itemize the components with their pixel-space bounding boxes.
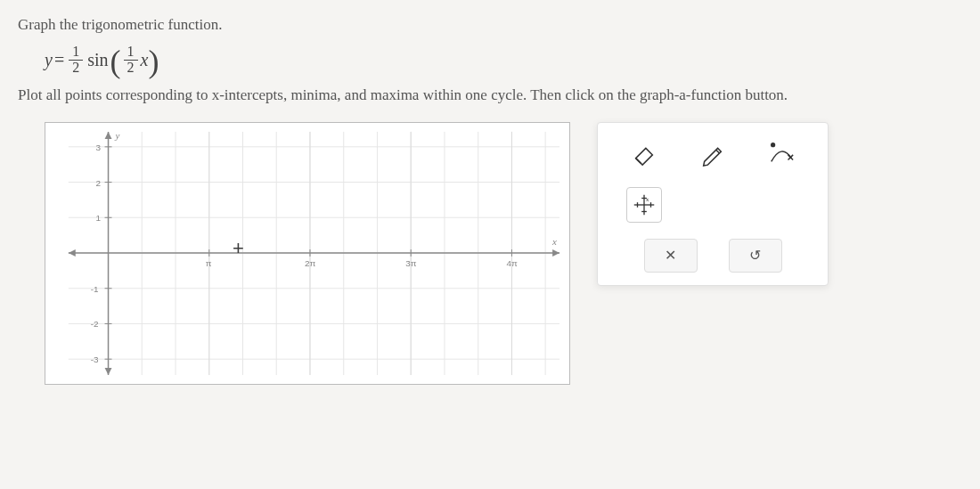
eq-fn: sin — [87, 50, 108, 70]
tool-row-1 — [610, 135, 815, 171]
curve-icon — [768, 140, 795, 167]
toolbox-panel: x ✕ ↺ — [597, 122, 829, 286]
eraser-icon — [631, 140, 657, 167]
pencil-tool[interactable] — [695, 135, 731, 171]
svg-point-37 — [771, 143, 774, 146]
y-tick-n1: -1 — [91, 283, 99, 293]
coef-den: 2 — [69, 61, 83, 76]
close-paren: ) — [148, 49, 159, 75]
graph-a-function-icon: x — [631, 192, 657, 218]
open-paren: ( — [110, 49, 121, 75]
y-axis-label: y — [114, 129, 119, 140]
graph-canvas[interactable]: 3 2 1 -1 -2 -3 π 2π 3π 4π y x + — [45, 122, 570, 385]
eq-equals: = — [54, 50, 64, 70]
y-tick-2: 2 — [96, 177, 102, 187]
eq-lhs: y — [45, 50, 53, 70]
y-tick-3: 3 — [96, 142, 102, 151]
y-tick-n2: -2 — [91, 319, 99, 329]
inner-den: 2 — [124, 61, 138, 76]
y-tick-n3: -3 — [91, 355, 99, 364]
x-tick-3pi: 3π — [405, 257, 417, 267]
coef-num: 1 — [69, 45, 83, 61]
inner-num: 1 — [124, 45, 138, 61]
x-tick-pi: π — [206, 257, 212, 267]
y-arrow-up — [105, 132, 112, 139]
prompt-text: Graph the trigonometric function. — [18, 16, 962, 34]
inner-var: x — [141, 50, 149, 70]
undo-icon: ↺ — [749, 247, 761, 264]
curve-tool[interactable] — [764, 135, 799, 171]
pencil-icon — [699, 140, 726, 167]
instructions-text: Plot all points corresponding to x-inter… — [18, 86, 962, 104]
undo-button[interactable]: ↺ — [729, 239, 782, 273]
x-arrow-left — [69, 249, 76, 257]
close-icon: ✕ — [665, 247, 676, 264]
x-axis-label: x — [551, 236, 557, 247]
coordinate-plane: 3 2 1 -1 -2 -3 π 2π 3π 4π y x — [45, 123, 569, 384]
action-row: ✕ ↺ — [610, 239, 815, 273]
y-tick-1: 1 — [96, 213, 102, 223]
eq-coef-fraction: 1 2 — [69, 45, 83, 76]
eraser-tool[interactable] — [626, 135, 662, 171]
tool-row-2: x — [610, 187, 815, 223]
equation: y = 1 2 sin ( 1 2 x ) — [45, 45, 962, 76]
x-arrow — [552, 249, 559, 257]
eq-inner-fraction: 1 2 — [124, 45, 138, 76]
y-arrow-down — [105, 368, 112, 375]
graph-a-function-button[interactable]: x — [626, 187, 662, 223]
clear-button[interactable]: ✕ — [644, 239, 698, 273]
x-tick-2pi: 2π — [305, 257, 316, 267]
svg-text:x: x — [646, 196, 649, 202]
x-tick-4pi: 4π — [506, 257, 518, 267]
